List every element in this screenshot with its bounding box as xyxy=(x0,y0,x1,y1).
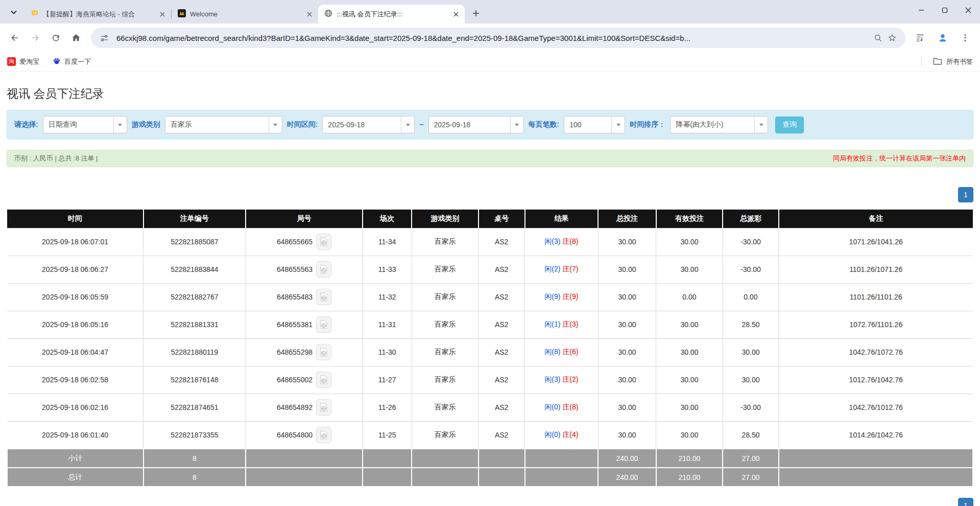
page-1-button[interactable]: 1 xyxy=(958,187,973,202)
result-player: 闲(9) xyxy=(544,292,560,301)
footer-count: 8 xyxy=(144,468,246,487)
cell-total-bet[interactable]: 30.00 xyxy=(598,311,656,338)
zoom-search-icon[interactable] xyxy=(871,31,885,45)
cell-valid-bet: 30.00 xyxy=(656,366,723,394)
result-banker: 庄(4) xyxy=(562,430,578,439)
close-window-button[interactable] xyxy=(957,0,980,20)
game-kind-select[interactable]: 百家乐 xyxy=(165,116,282,133)
round-id: 648655665 xyxy=(277,238,313,246)
footer-empty xyxy=(525,468,599,487)
result-banker: 庄(3) xyxy=(562,320,578,328)
table-footer-row: 总计8240.00210.0027.00 xyxy=(7,468,973,487)
cell-total-bet[interactable]: 30.00 xyxy=(598,366,656,394)
date-start-select[interactable]: 2025-09-18 xyxy=(322,116,415,133)
cell-table-no: AS2 xyxy=(479,366,525,394)
video-replay-button[interactable] xyxy=(316,234,331,250)
search-button[interactable]: 查询 xyxy=(775,117,804,133)
bookmark-aitaobao[interactable]: 淘 爱淘宝 xyxy=(7,57,39,66)
site-settings-tune-icon[interactable] xyxy=(97,31,111,45)
time-sort-select[interactable]: 降幂(由大到小) xyxy=(670,116,768,133)
tab-search-chevron-icon[interactable] xyxy=(6,5,21,20)
home-icon[interactable] xyxy=(67,29,85,47)
close-icon[interactable] xyxy=(451,10,461,19)
cell-result: 闲(8) 庄(6) xyxy=(525,338,599,366)
cell-total-bet[interactable]: 30.00 xyxy=(598,394,656,421)
cell-result: 闲(9) 庄(9) xyxy=(525,283,599,311)
video-replay-button[interactable] xyxy=(316,316,331,333)
close-icon[interactable] xyxy=(158,10,167,19)
query-type-select[interactable]: 日期查询 xyxy=(43,116,127,133)
close-icon[interactable] xyxy=(305,10,314,19)
cell-total-bet[interactable]: 30.00 xyxy=(598,228,656,256)
round-id: 648654800 xyxy=(277,431,313,439)
video-replay-button[interactable] xyxy=(316,289,331,305)
video-replay-button[interactable] xyxy=(316,399,331,416)
cell-table-no: AS2 xyxy=(479,256,525,283)
url-bar[interactable]: 66cxkj98.com/game/betrecord_search/kind3… xyxy=(91,28,905,48)
cell-payout: -30.00 xyxy=(723,394,779,421)
cell-total-bet[interactable]: 30.00 xyxy=(598,421,656,449)
bookmark-baidu[interactable]: 百度一下 xyxy=(53,57,91,66)
minimize-button[interactable] xyxy=(910,0,933,20)
browser-toolbar: 66cxkj98.com/game/betrecord_search/kind3… xyxy=(0,24,980,52)
window-controls xyxy=(910,0,980,20)
cell-bet-id: 522821882767 xyxy=(144,283,246,311)
bookmarks-bar: 淘 爱淘宝 百度一下 所有书签 xyxy=(0,52,980,72)
cell-game-type: 百家乐 xyxy=(412,394,478,421)
date-end-select[interactable]: 2025-09-18 xyxy=(428,116,524,133)
page-1-button[interactable]: 1 xyxy=(958,498,973,506)
cell-valid-bet: 30.00 xyxy=(656,338,723,366)
cell-session: 11-30 xyxy=(363,338,412,366)
video-replay-button[interactable] xyxy=(316,372,331,388)
header-cell: 桌号 xyxy=(479,210,525,228)
bookmark-label: 百度一下 xyxy=(64,57,91,66)
cell-game-type: 百家乐 xyxy=(412,283,478,311)
footer-valid-bet: 210.00 xyxy=(656,449,723,468)
result-player: 闲(3) xyxy=(544,237,560,245)
video-replay-button[interactable] xyxy=(316,261,331,278)
new-tab-button[interactable] xyxy=(469,6,483,20)
reload-icon[interactable] xyxy=(47,29,64,47)
result-banker: 庄(8) xyxy=(562,403,578,411)
cell-total-bet[interactable]: 30.00 xyxy=(598,283,656,311)
forward-icon[interactable] xyxy=(27,29,44,47)
kebab-menu-icon[interactable] xyxy=(957,29,974,47)
chevron-down-icon xyxy=(754,117,768,133)
all-bookmarks[interactable]: 所有书签 xyxy=(921,57,973,66)
currency-summary: 币别 : 人民币 | 总共 :8 注单 | xyxy=(14,154,98,163)
cell-payout: -30.00 xyxy=(723,228,779,256)
maximize-button[interactable] xyxy=(933,0,957,20)
cell-time: 2025-09-18 06:07:01 xyxy=(7,228,144,256)
cell-round-id: 648654800 xyxy=(246,421,363,449)
result-banker: 庄(9) xyxy=(562,292,578,301)
cell-session: 11-33 xyxy=(363,256,412,283)
url-text[interactable]: 66cxkj98.com/game/betrecord_search/kind3… xyxy=(116,34,866,42)
summary-bar: 币别 : 人民币 | 总共 :8 注单 | 同局有效投注，统一计算在该局第一张注… xyxy=(7,150,973,167)
page-size-select[interactable]: 100 xyxy=(564,116,625,133)
browser-tab-welcome[interactable]: Welcome xyxy=(172,5,318,24)
tab-title: :::视讯 会员下注纪录::: xyxy=(337,10,447,19)
cell-time: 2025-09-18 06:02:16 xyxy=(7,394,144,421)
chevron-down-icon xyxy=(510,117,523,133)
footer-empty xyxy=(412,468,478,487)
filter-label-date-range: 时间区间: xyxy=(287,120,318,129)
table-row: 2025-09-18 06:02:58522821876148648655002… xyxy=(7,366,973,394)
footer-label: 总计 xyxy=(7,468,144,487)
back-icon[interactable] xyxy=(6,29,23,47)
header-cell: 总投注 xyxy=(598,210,656,228)
media-controls-icon[interactable] xyxy=(912,29,929,47)
video-replay-button[interactable] xyxy=(316,427,331,443)
browser-tab-forum[interactable]: 【新提醒】海燕策略论坛 - 综合 xyxy=(25,5,171,24)
cell-bet-id: 522821881331 xyxy=(144,311,246,338)
bookmark-star-icon[interactable] xyxy=(885,31,899,45)
cell-bet-id: 522821880119 xyxy=(144,338,246,366)
video-replay-button[interactable] xyxy=(316,344,331,360)
browser-tab-bet-records[interactable]: :::视讯 会员下注纪录::: xyxy=(318,5,465,24)
cell-total-bet[interactable]: 30.00 xyxy=(598,338,656,366)
profile-avatar[interactable] xyxy=(934,29,951,47)
cell-valid-bet: 30.00 xyxy=(656,421,723,449)
pagination-bottom: 1 xyxy=(7,498,973,506)
cell-total-bet[interactable]: 30.00 xyxy=(598,256,656,283)
cell-valid-bet: 30.00 xyxy=(656,311,723,338)
cell-payout: 28.50 xyxy=(723,421,779,449)
